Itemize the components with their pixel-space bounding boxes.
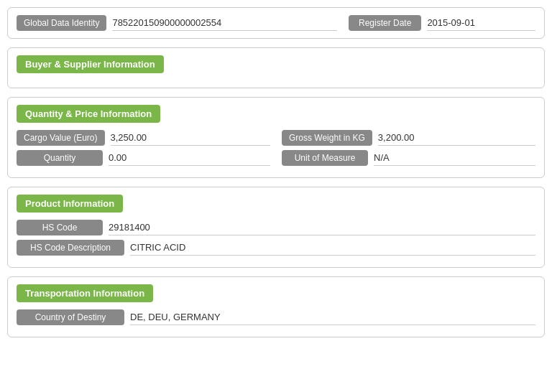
register-date-label: Register Date xyxy=(349,15,421,31)
cargo-value-row: Cargo Value (Euro) 3,250.00 xyxy=(17,130,270,146)
register-date-value: 2015-09-01 xyxy=(427,15,535,31)
product-card: Product Information HS Code 29181400 HS … xyxy=(7,187,545,268)
header-card: Global Data Identity 7852201509000000025… xyxy=(7,7,545,39)
gross-weight-row: Gross Weight in KG 3,200.00 xyxy=(282,130,535,146)
register-date-row: Register Date 2015-09-01 xyxy=(349,15,535,31)
country-of-destiny-row: Country of Destiny DE, DEU, GERMANY xyxy=(17,309,535,325)
quantity-uom-row: Quantity 0.00 Unit of Measure N/A xyxy=(17,150,535,170)
quantity-value: 0.00 xyxy=(109,150,270,166)
quantity-label: Quantity xyxy=(17,150,103,166)
hs-code-desc-value: CITRIC ACID xyxy=(130,240,535,256)
global-data-identity-label: Global Data Identity xyxy=(17,15,106,31)
country-of-destiny-value: DE, DEU, GERMANY xyxy=(130,309,535,325)
cargo-gross-row: Cargo Value (Euro) 3,250.00 Gross Weight… xyxy=(17,130,535,150)
quantity-price-header: Quantity & Price Information xyxy=(17,105,160,123)
transportation-header: Transportation Information xyxy=(17,284,153,302)
hs-code-desc-label: HS Code Description xyxy=(17,240,124,256)
product-header: Product Information xyxy=(17,195,123,213)
buyer-supplier-header: Buyer & Supplier Information xyxy=(17,55,164,73)
cargo-value-label: Cargo Value (Euro) xyxy=(17,130,105,146)
gross-weight-value: 3,200.00 xyxy=(378,130,535,146)
unit-of-measure-label: Unit of Measure xyxy=(282,150,368,166)
global-data-identity-value: 785220150900000002554 xyxy=(112,15,337,31)
quantity-row: Quantity 0.00 xyxy=(17,150,270,166)
hs-code-label: HS Code xyxy=(17,220,103,235)
global-data-identity-row: Global Data Identity 7852201509000000025… xyxy=(17,15,337,31)
hs-code-value: 29181400 xyxy=(109,220,535,235)
cargo-value: 3,250.00 xyxy=(111,130,271,146)
quantity-price-card: Quantity & Price Information Cargo Value… xyxy=(7,97,545,178)
transportation-card: Transportation Information Country of De… xyxy=(7,276,545,337)
country-of-destiny-label: Country of Destiny xyxy=(17,309,124,325)
unit-of-measure-value: N/A xyxy=(374,150,535,166)
gross-weight-label: Gross Weight in KG xyxy=(282,130,372,146)
hs-code-desc-row: HS Code Description CITRIC ACID xyxy=(17,240,535,256)
buyer-supplier-card: Buyer & Supplier Information xyxy=(7,47,545,88)
hs-code-row: HS Code 29181400 xyxy=(17,220,535,235)
unit-of-measure-row: Unit of Measure N/A xyxy=(282,150,535,166)
